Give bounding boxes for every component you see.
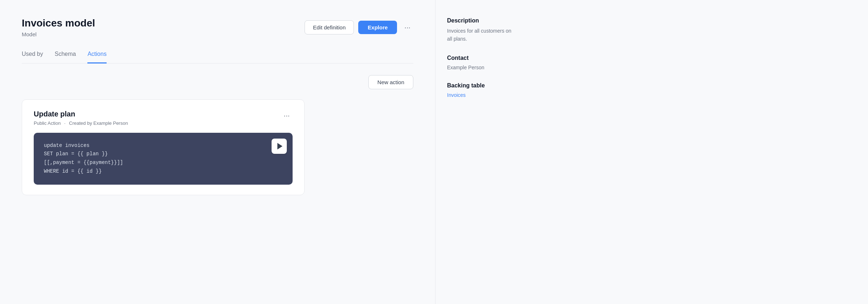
meta-dot: · xyxy=(64,120,66,126)
actions-toolbar: New action xyxy=(22,75,413,89)
action-created-by: Created by Example Person xyxy=(69,120,128,126)
page-header: Invoices model Model Edit definition Exp… xyxy=(22,17,413,38)
sidebar-description-section: Description Invoices for all customers o… xyxy=(447,17,518,43)
description-text: Invoices for all customers on all plans. xyxy=(447,27,518,43)
code-block: update invoices SET plan = {{ plan }} [[… xyxy=(34,133,293,185)
description-heading: Description xyxy=(447,17,518,24)
action-card-header: Update plan Public Action · Created by E… xyxy=(34,110,293,126)
header-actions: Edit definition Explore ··· xyxy=(305,20,413,34)
play-icon xyxy=(277,143,282,149)
contact-heading: Contact xyxy=(447,55,518,61)
page-layout: Invoices model Model Edit definition Exp… xyxy=(0,0,868,304)
tab-schema[interactable]: Schema xyxy=(55,51,76,63)
header-left: Invoices model Model xyxy=(22,17,95,38)
main-content: Invoices model Model Edit definition Exp… xyxy=(0,0,435,304)
action-meta: Public Action · Created by Example Perso… xyxy=(34,120,128,126)
page-title: Invoices model xyxy=(22,17,95,29)
action-title: Update plan xyxy=(34,110,128,118)
run-action-button[interactable] xyxy=(272,139,287,154)
more-options-icon: ··· xyxy=(404,23,410,31)
action-type: Public Action xyxy=(34,120,61,126)
sidebar-contact-section: Contact Example Person xyxy=(447,55,518,71)
explore-button[interactable]: Explore xyxy=(358,21,397,34)
page-subtitle: Model xyxy=(22,31,37,37)
sidebar-backing-table-section: Backing table Invoices xyxy=(447,82,518,98)
backing-table-link[interactable]: Invoices xyxy=(447,92,466,98)
action-more-options-button[interactable]: ··· xyxy=(281,110,293,121)
sidebar: Description Invoices for all customers o… xyxy=(435,0,529,304)
backing-table-heading: Backing table xyxy=(447,82,518,89)
code-content: update invoices SET plan = {{ plan }} [[… xyxy=(44,141,282,176)
tab-actions[interactable]: Actions xyxy=(87,51,106,63)
new-action-button[interactable]: New action xyxy=(368,75,413,89)
contact-value: Example Person xyxy=(447,65,484,70)
action-card: Update plan Public Action · Created by E… xyxy=(22,99,305,195)
action-card-info: Update plan Public Action · Created by E… xyxy=(34,110,128,126)
action-more-icon: ··· xyxy=(284,111,290,119)
edit-definition-button[interactable]: Edit definition xyxy=(305,20,354,34)
more-options-button[interactable]: ··· xyxy=(401,22,413,33)
tabs-container: Used by Schema Actions xyxy=(22,51,413,63)
tab-used-by[interactable]: Used by xyxy=(22,51,43,63)
